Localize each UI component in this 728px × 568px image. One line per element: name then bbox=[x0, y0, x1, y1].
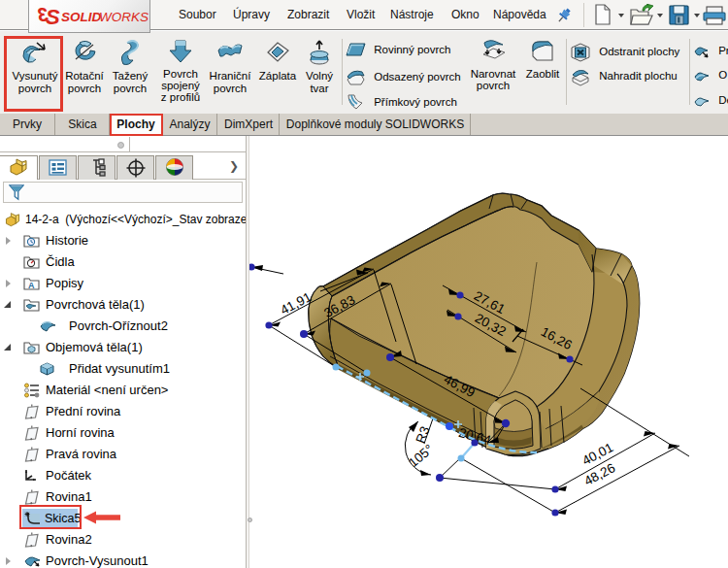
svg-text:105°: 105° bbox=[406, 442, 436, 470]
svg-text:SOLID: SOLID bbox=[61, 10, 102, 24]
svg-text:WORKS: WORKS bbox=[99, 10, 149, 24]
svg-text:A: A bbox=[28, 281, 35, 290]
svg-text:S: S bbox=[46, 5, 60, 29]
